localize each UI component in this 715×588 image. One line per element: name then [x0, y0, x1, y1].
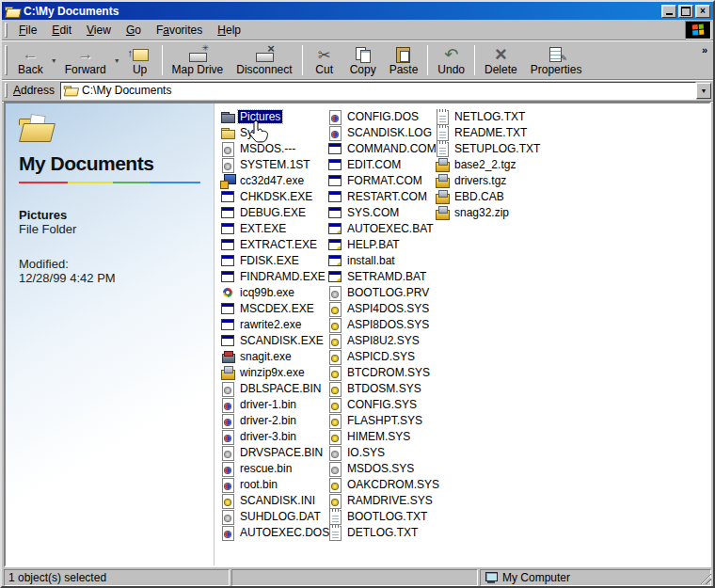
minimize-button[interactable] [661, 5, 676, 18]
menu-help[interactable]: Help [210, 22, 248, 39]
file-item[interactable]: base2_2.tgz [435, 156, 542, 172]
menu-favorites[interactable]: Favorites [149, 22, 210, 39]
file-item[interactable]: driver-2.bin [220, 412, 327, 428]
titlebar[interactable]: C:\My Documents × [2, 2, 713, 20]
file-item[interactable]: FDISK.EXE [220, 252, 327, 268]
file-item[interactable]: SETUPLOG.TXT [435, 140, 542, 156]
toolbar-separator [162, 45, 163, 75]
file-item[interactable]: BTDOSM.SYS [327, 380, 435, 396]
menubar-grip[interactable] [5, 23, 8, 38]
back-dropdown-button[interactable]: ▼ [50, 42, 58, 78]
file-item[interactable]: ASPICD.SYS [327, 348, 435, 364]
file-item-label: MSDOS.SYS [345, 462, 416, 475]
file-item[interactable]: SCANDISK.INI [220, 492, 327, 508]
file-item[interactable]: snagit.exe [220, 348, 327, 364]
file-item[interactable]: OAKCDROM.SYS [327, 476, 435, 492]
file-item[interactable]: CHKDSK.EXE [220, 188, 327, 204]
file-item[interactable]: EBD.CAB [435, 188, 542, 204]
file-item-label: driver-3.bin [238, 430, 298, 443]
file-item[interactable]: HIMEM.SYS [327, 428, 435, 444]
maximize-button[interactable] [678, 5, 693, 18]
file-item[interactable]: winzip9x.exe [220, 364, 327, 380]
sys-driver-icon [327, 317, 342, 332]
file-item[interactable]: FLASHPT.SYS [327, 412, 435, 428]
menu-file[interactable]: File [11, 22, 44, 39]
menu-edit[interactable]: Edit [44, 22, 79, 39]
menu-go[interactable]: Go [119, 22, 149, 39]
file-item[interactable]: RAMDRIVE.SYS [327, 492, 435, 508]
file-item[interactable]: ASPI8U2.SYS [327, 332, 435, 348]
file-item[interactable]: rawrite2.exe [220, 316, 327, 332]
file-item[interactable]: install.bat [327, 252, 435, 268]
toolbar-grip[interactable] [5, 45, 8, 75]
file-item[interactable]: SYS.COM [327, 204, 435, 220]
toolbar-button-disconnect[interactable]: Disconnect [230, 42, 298, 78]
file-item[interactable]: CONFIG.SYS [327, 396, 435, 412]
file-item[interactable]: MSCDEX.EXE [220, 300, 327, 316]
file-item[interactable]: BOOTLOG.TXT [327, 508, 435, 524]
toolbar-button-cut[interactable]: Cut [306, 42, 343, 78]
file-item[interactable]: FINDRAMD.EXE [220, 268, 327, 284]
toolbar-button-back[interactable]: Back [11, 42, 50, 78]
toolbar-button-up[interactable]: Up [121, 42, 159, 78]
toolbar-button-label: Undo [437, 64, 465, 76]
file-item[interactable]: DRVSPACE.BIN [220, 444, 327, 460]
file-item-label: BTCDROM.SYS [345, 366, 432, 379]
addressbar-grip[interactable] [5, 83, 8, 98]
toolbar-button-label: Disconnect [236, 64, 292, 76]
file-item[interactable]: IO.SYS [327, 444, 435, 460]
file-item[interactable]: SETRAMD.BAT [327, 268, 435, 284]
winzip-icon [435, 189, 450, 204]
file-item[interactable]: ASPI8DOS.SYS [327, 316, 435, 332]
file-item[interactable]: Pictures [220, 108, 327, 124]
file-item[interactable]: Syro [220, 124, 327, 140]
file-item[interactable]: DBLSPACE.BIN [220, 380, 327, 396]
file-item[interactable]: BOOTLOG.PRV [327, 284, 435, 300]
file-item[interactable]: rescue.bin [220, 460, 327, 476]
toolbar-button-paste[interactable]: Paste [383, 42, 425, 78]
file-item[interactable]: root.bin [220, 476, 327, 492]
toolbar-button-delete[interactable]: Delete [478, 42, 524, 78]
file-item[interactable]: NETLOG.TXT [435, 108, 542, 124]
toolbar-button-copy[interactable]: Copy [343, 42, 383, 78]
file-item[interactable]: RESTART.COM [327, 188, 435, 204]
file-item[interactable]: AUTOEXEC.DOS [220, 524, 327, 540]
file-item[interactable]: driver-3.bin [220, 428, 327, 444]
file-item[interactable]: COMMAND.COM [327, 140, 435, 156]
file-item[interactable]: ASPI4DOS.SYS [327, 300, 435, 316]
address-dropdown-button[interactable]: ▼ [696, 83, 711, 99]
file-item[interactable]: BTCDROM.SYS [327, 364, 435, 380]
file-item[interactable]: drivers.tgz [435, 172, 542, 188]
file-item[interactable]: DEBUG.EXE [220, 204, 327, 220]
file-item[interactable]: CONFIG.DOS [327, 108, 435, 124]
file-item[interactable]: snag32.zip [435, 204, 542, 220]
file-item[interactable]: driver-1.bin [220, 396, 327, 412]
file-item[interactable]: icq99b.exe [220, 284, 327, 300]
file-item[interactable]: HELP.BAT [327, 236, 435, 252]
file-item[interactable]: DETLOG.TXT [327, 524, 435, 540]
menu-view[interactable]: View [79, 22, 119, 39]
file-item[interactable]: MSDOS.--- [220, 140, 327, 156]
file-item[interactable]: EXTRACT.EXE [220, 236, 327, 252]
file-item[interactable]: cc32d47.exe [220, 172, 327, 188]
address-input[interactable]: C:\My Documents [60, 82, 696, 100]
file-item[interactable]: SUHDLOG.DAT [220, 508, 327, 524]
file-item[interactable]: EXT.EXE [220, 220, 327, 236]
bat-file-icon [327, 237, 342, 252]
file-item[interactable]: EDIT.COM [327, 156, 435, 172]
file-item[interactable]: SCANDISK.LOG [327, 124, 435, 140]
file-item[interactable]: MSDOS.SYS [327, 460, 435, 476]
file-item[interactable]: README.TXT [435, 124, 542, 140]
close-button[interactable]: × [695, 5, 710, 18]
file-item[interactable]: SYSTEM.1ST [220, 156, 327, 172]
toolbar-overflow-chevron[interactable]: » [698, 42, 711, 57]
toolbar-button-undo[interactable]: Undo [431, 42, 471, 78]
toolbar-button-properties[interactable]: Properties [524, 42, 589, 78]
file-item[interactable]: AUTOEXEC.BAT [327, 220, 435, 236]
toolbar-button-map-drive[interactable]: Map Drive [166, 42, 230, 78]
toolbar-button-forward[interactable]: Forward [58, 42, 113, 78]
file-item[interactable]: FORMAT.COM [327, 172, 435, 188]
system-file-icon [220, 381, 235, 396]
forward-dropdown-button[interactable]: ▼ [113, 42, 121, 78]
file-item[interactable]: SCANDISK.EXE [220, 332, 327, 348]
